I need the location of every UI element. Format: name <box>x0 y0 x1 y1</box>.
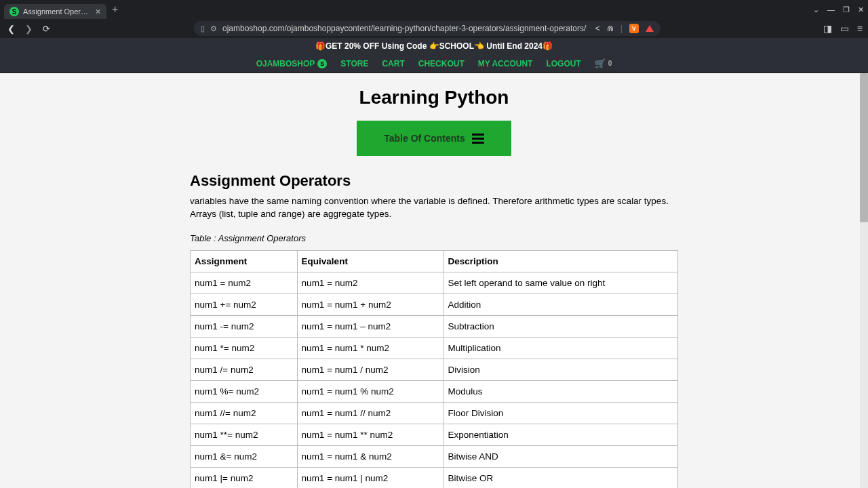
table-cell: Subtraction <box>443 315 678 337</box>
browser-right-icons: ◨ ▭ ≡ <box>823 23 863 34</box>
browser-tab[interactable]: S Assignment Operators - Oj ✕ <box>4 4 106 19</box>
rss-icon[interactable]: ⋒ <box>607 24 614 33</box>
table-row: num1 %= num2num1 = num1 % num2Modulus <box>191 380 678 402</box>
table-cell: num1 = num2 <box>191 272 298 293</box>
table-cell: num1 = num1 – num2 <box>297 315 443 337</box>
page-content: Learning Python Table Of Contents Assign… <box>0 73 868 488</box>
url-text: ojamboshop.com/ojamboshoppaycontent/lear… <box>222 24 590 33</box>
table-cell: Modulus <box>443 380 678 402</box>
table-cell: Set left operand to same value on right <box>443 272 678 293</box>
brand-label: OJAMBOSHOP <box>256 59 315 68</box>
table-caption: Table : Assignment Operators <box>190 233 678 243</box>
close-tab-icon[interactable]: ✕ <box>95 7 101 16</box>
table-cell: num1 **= num2 <box>191 424 298 445</box>
nav-cart[interactable]: CART <box>382 59 404 68</box>
table-cell: num1 = num1 / num2 <box>297 359 443 380</box>
site-nav: OJAMBOSHOP S STORE CART CHECKOUT MY ACCO… <box>0 54 868 73</box>
promo-banner: 🎁GET 20% OFF Using Code 👉SCHOOL👈 Until E… <box>0 38 868 54</box>
url-right-icons: < ⋒ | V <box>595 24 654 33</box>
new-tab-button[interactable]: + <box>112 3 118 16</box>
brand-favicon: S <box>317 59 327 68</box>
table-cell: num1 = num2 <box>297 272 443 293</box>
table-cell: num1 = num1 + num2 <box>297 293 443 315</box>
wallet-icon[interactable]: ▭ <box>840 23 849 34</box>
table-cell: num1 /= num2 <box>191 359 298 380</box>
divider: | <box>620 24 623 33</box>
table-cell: num1 *= num2 <box>191 337 298 359</box>
table-cell: num1 = num1 & num2 <box>297 445 443 467</box>
table-cell: Multiplication <box>443 337 678 359</box>
table-cell: Division <box>443 359 678 380</box>
reader-mode-icon[interactable]: ▯ <box>201 24 205 33</box>
table-header-row: Assignment Equivalent Description <box>191 250 678 272</box>
brave-shield-icon[interactable]: V <box>629 24 639 33</box>
nav-logout[interactable]: LOGOUT <box>546 59 580 68</box>
table-cell: num1 = num1 ** num2 <box>297 424 443 445</box>
table-cell: Bitwise AND <box>443 445 678 467</box>
page-title: Learning Python <box>190 87 678 108</box>
site-favicon: S <box>9 7 19 16</box>
cart-count: 0 <box>608 60 612 67</box>
promo-text: 🎁GET 20% OFF Using Code 👉SCHOOL👈 Until E… <box>315 41 553 51</box>
nav-brand[interactable]: OJAMBOSHOP S <box>256 59 328 68</box>
table-cell: num1 &= num2 <box>191 445 298 467</box>
content-wrapper: Learning Python Table Of Contents Assign… <box>190 73 678 488</box>
operators-table: Assignment Equivalent Description num1 =… <box>190 250 678 488</box>
scrollbar-thumb[interactable] <box>860 73 868 222</box>
sidebar-icon[interactable]: ◨ <box>823 23 832 34</box>
table-cell: num1 += num2 <box>191 293 298 315</box>
table-cell: num1 = num1 % num2 <box>297 380 443 402</box>
reload-button[interactable]: ⟳ <box>41 24 52 34</box>
table-cell: num1 = num1 // num2 <box>297 402 443 424</box>
table-cell: Bitwise OR <box>443 467 678 488</box>
window-controls: ⌄ — ❐ ✕ <box>813 5 864 14</box>
th-equivalent: Equivalent <box>297 250 443 272</box>
nav-store[interactable]: STORE <box>340 59 368 68</box>
th-description: Description <box>443 250 678 272</box>
table-cell: Floor Division <box>443 402 678 424</box>
tab-title: Assignment Operators - Oj <box>23 7 91 16</box>
nav-checkout[interactable]: CHECKOUT <box>418 59 465 68</box>
cart-icon: 🛒 <box>595 58 606 68</box>
table-row: num1 /= num2num1 = num1 / num2Division <box>191 359 678 380</box>
table-row: num1 += num2num1 = num1 + num2Addition <box>191 293 678 315</box>
site-settings-icon[interactable]: ⚙ <box>210 24 217 33</box>
table-cell: num1 //= num2 <box>191 402 298 424</box>
table-row: num1 -= num2num1 = num1 – num2Subtractio… <box>191 315 678 337</box>
table-row: num1 *= num2num1 = num1 * num2Multiplica… <box>191 337 678 359</box>
table-cell: num1 = num1 * num2 <box>297 337 443 359</box>
forward-button[interactable]: ❯ <box>23 24 34 34</box>
share-icon[interactable]: < <box>595 24 600 33</box>
table-cell: num1 -= num2 <box>191 315 298 337</box>
table-cell: Addition <box>443 293 678 315</box>
minimize-icon[interactable]: — <box>827 5 835 14</box>
chevron-down-icon[interactable]: ⌄ <box>813 5 819 14</box>
th-assignment: Assignment <box>191 250 298 272</box>
url-bar[interactable]: ▯ ⚙ ojamboshop.com/ojamboshoppaycontent/… <box>194 21 660 36</box>
toc-label: Table Of Contents <box>384 133 465 144</box>
maximize-icon[interactable]: ❐ <box>843 5 850 14</box>
back-button[interactable]: ❮ <box>5 24 16 34</box>
hamburger-icon <box>472 134 484 144</box>
nav-account[interactable]: MY ACCOUNT <box>478 59 533 68</box>
table-row: num1 **= num2num1 = num1 ** num2Exponent… <box>191 424 678 445</box>
nav-cart-icon[interactable]: 🛒0 <box>595 58 612 68</box>
section-text: variables have the same naming conventio… <box>190 195 678 221</box>
titlebar: S Assignment Operators - Oj ✕ + ⌄ — ❐ ✕ <box>0 0 868 19</box>
table-cell: Exponentiation <box>443 424 678 445</box>
close-window-icon[interactable]: ✕ <box>858 5 864 14</box>
warning-icon[interactable] <box>646 25 654 32</box>
table-row: num1 |= num2num1 = num1 | num2Bitwise OR <box>191 467 678 488</box>
scrollbar[interactable] <box>860 73 868 488</box>
table-cell: num1 %= num2 <box>191 380 298 402</box>
toc-button[interactable]: Table Of Contents <box>357 121 511 156</box>
table-cell: num1 = num1 | num2 <box>297 467 443 488</box>
toolbar: ❮ ❯ ⟳ ▯ ⚙ ojamboshop.com/ojamboshoppayco… <box>0 19 868 38</box>
table-cell: num1 |= num2 <box>191 467 298 488</box>
section-title: Assignment Operators <box>190 172 678 190</box>
table-row: num1 //= num2num1 = num1 // num2Floor Di… <box>191 402 678 424</box>
menu-icon[interactable]: ≡ <box>857 23 863 34</box>
table-row: num1 &= num2num1 = num1 & num2Bitwise AN… <box>191 445 678 467</box>
table-row: num1 = num2num1 = num2Set left operand t… <box>191 272 678 293</box>
